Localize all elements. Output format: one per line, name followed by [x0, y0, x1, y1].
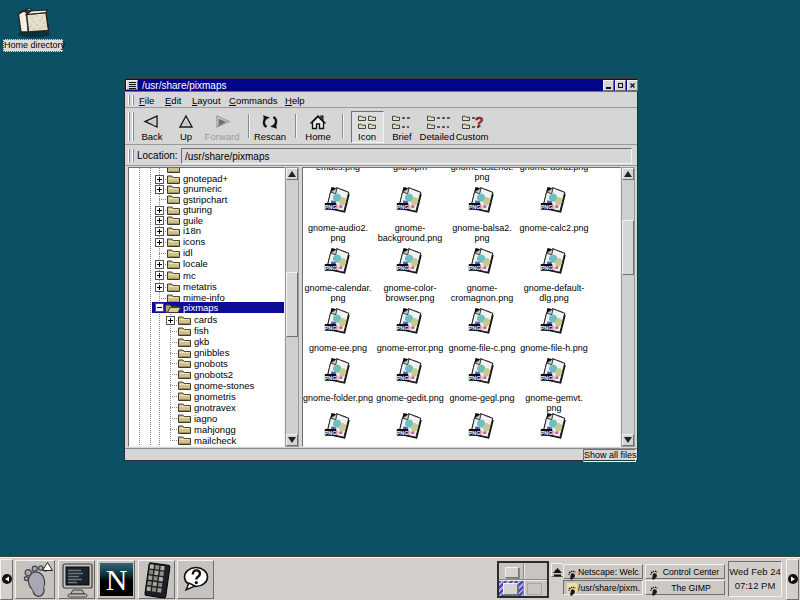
svg-text:?: ? — [475, 114, 484, 130]
